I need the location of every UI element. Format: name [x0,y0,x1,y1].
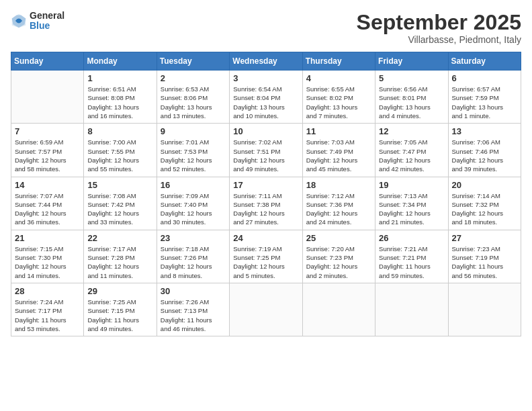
day-number: 26 [379,233,444,243]
day-number: 3 [233,73,298,83]
column-header-wednesday: Wednesday [230,52,302,71]
day-number: 7 [15,126,80,136]
calendar-week-4: 21Sunrise: 7:15 AM Sunset: 7:30 PM Dayli… [11,230,521,283]
calendar-header-row: SundayMondayTuesdayWednesdayThursdayFrid… [11,52,521,71]
day-info: Sunrise: 7:09 AM Sunset: 7:40 PM Dayligh… [161,191,226,227]
column-header-sunday: Sunday [11,52,84,71]
calendar-cell: 4Sunrise: 6:55 AM Sunset: 8:02 PM Daylig… [302,71,375,124]
day-info: Sunrise: 7:14 AM Sunset: 7:32 PM Dayligh… [452,191,517,227]
day-number: 27 [452,233,517,243]
calendar-cell: 27Sunrise: 7:23 AM Sunset: 7:19 PM Dayli… [448,230,521,283]
calendar-cell: 26Sunrise: 7:21 AM Sunset: 7:21 PM Dayli… [375,230,448,283]
day-info: Sunrise: 7:02 AM Sunset: 7:51 PM Dayligh… [233,138,298,173]
logo-icon [11,13,27,29]
day-info: Sunrise: 7:13 AM Sunset: 7:34 PM Dayligh… [379,191,444,227]
calendar-cell: 22Sunrise: 7:17 AM Sunset: 7:28 PM Dayli… [84,230,157,283]
day-info: Sunrise: 7:06 AM Sunset: 7:46 PM Dayligh… [452,138,517,173]
day-number: 4 [306,73,371,83]
calendar-cell: 17Sunrise: 7:11 AM Sunset: 7:38 PM Dayli… [230,177,302,230]
calendar-cell [302,283,375,336]
day-number: 16 [161,180,226,190]
day-number: 8 [87,126,152,136]
calendar-cell [230,283,302,336]
day-number: 28 [15,286,80,296]
calendar-cell: 24Sunrise: 7:19 AM Sunset: 7:25 PM Dayli… [230,230,302,283]
day-number: 5 [379,73,444,83]
logo-text: General Blue [30,11,64,32]
day-info: Sunrise: 6:59 AM Sunset: 7:57 PM Dayligh… [15,138,80,173]
day-number: 22 [87,233,152,243]
calendar-cell: 25Sunrise: 7:20 AM Sunset: 7:23 PM Dayli… [302,230,375,283]
day-info: Sunrise: 7:12 AM Sunset: 7:36 PM Dayligh… [306,191,371,227]
day-number: 30 [161,286,226,296]
calendar-cell [448,283,521,336]
page-header: General Blue September 2025 Villarbasse,… [11,11,521,45]
day-number: 17 [233,180,298,190]
calendar-week-5: 28Sunrise: 7:24 AM Sunset: 7:17 PM Dayli… [11,283,521,336]
calendar-cell: 20Sunrise: 7:14 AM Sunset: 7:32 PM Dayli… [448,177,521,230]
day-info: Sunrise: 7:25 AM Sunset: 7:15 PM Dayligh… [87,298,152,333]
day-number: 19 [379,180,444,190]
day-info: Sunrise: 6:51 AM Sunset: 8:08 PM Dayligh… [87,85,152,120]
day-number: 12 [379,126,444,136]
calendar-cell: 8Sunrise: 7:00 AM Sunset: 7:55 PM Daylig… [84,124,157,177]
column-header-saturday: Saturday [448,52,521,71]
calendar-cell: 14Sunrise: 7:07 AM Sunset: 7:44 PM Dayli… [11,177,84,230]
day-info: Sunrise: 7:01 AM Sunset: 7:53 PM Dayligh… [161,138,226,173]
calendar-cell: 21Sunrise: 7:15 AM Sunset: 7:30 PM Dayli… [11,230,84,283]
calendar-cell: 11Sunrise: 7:03 AM Sunset: 7:49 PM Dayli… [302,124,375,177]
day-info: Sunrise: 7:19 AM Sunset: 7:25 PM Dayligh… [233,244,298,280]
day-info: Sunrise: 7:26 AM Sunset: 7:13 PM Dayligh… [161,298,226,333]
day-number: 29 [87,286,152,296]
calendar-cell: 18Sunrise: 7:12 AM Sunset: 7:36 PM Dayli… [302,177,375,230]
day-info: Sunrise: 6:54 AM Sunset: 8:04 PM Dayligh… [233,85,298,120]
calendar-cell: 28Sunrise: 7:24 AM Sunset: 7:17 PM Dayli… [11,283,84,336]
logo: General Blue [11,11,64,32]
day-info: Sunrise: 7:05 AM Sunset: 7:47 PM Dayligh… [379,138,444,173]
calendar-cell: 7Sunrise: 6:59 AM Sunset: 7:57 PM Daylig… [11,124,84,177]
day-info: Sunrise: 7:20 AM Sunset: 7:23 PM Dayligh… [306,244,371,280]
day-info: Sunrise: 6:53 AM Sunset: 8:06 PM Dayligh… [161,85,226,120]
day-number: 14 [15,180,80,190]
location: Villarbasse, Piedmont, Italy [357,34,521,45]
day-info: Sunrise: 6:56 AM Sunset: 8:01 PM Dayligh… [379,85,444,120]
day-info: Sunrise: 7:03 AM Sunset: 7:49 PM Dayligh… [306,138,371,173]
day-info: Sunrise: 7:15 AM Sunset: 7:30 PM Dayligh… [15,244,80,280]
day-info: Sunrise: 7:18 AM Sunset: 7:26 PM Dayligh… [161,244,226,280]
day-info: Sunrise: 7:17 AM Sunset: 7:28 PM Dayligh… [87,244,152,280]
day-number: 15 [87,180,152,190]
calendar-cell: 15Sunrise: 7:08 AM Sunset: 7:42 PM Dayli… [84,177,157,230]
calendar-cell: 23Sunrise: 7:18 AM Sunset: 7:26 PM Dayli… [157,230,229,283]
day-info: Sunrise: 6:57 AM Sunset: 7:59 PM Dayligh… [452,85,517,120]
calendar-week-1: 1Sunrise: 6:51 AM Sunset: 8:08 PM Daylig… [11,71,521,124]
calendar-cell: 30Sunrise: 7:26 AM Sunset: 7:13 PM Dayli… [157,283,229,336]
day-number: 21 [15,233,80,243]
calendar-week-3: 14Sunrise: 7:07 AM Sunset: 7:44 PM Dayli… [11,177,521,230]
day-info: Sunrise: 7:23 AM Sunset: 7:19 PM Dayligh… [452,244,517,280]
day-number: 23 [161,233,226,243]
day-number: 24 [233,233,298,243]
column-header-tuesday: Tuesday [157,52,229,71]
day-number: 9 [161,126,226,136]
column-header-monday: Monday [84,52,157,71]
day-info: Sunrise: 7:24 AM Sunset: 7:17 PM Dayligh… [15,298,80,333]
day-info: Sunrise: 7:07 AM Sunset: 7:44 PM Dayligh… [15,191,80,227]
day-info: Sunrise: 7:00 AM Sunset: 7:55 PM Dayligh… [87,138,152,173]
day-number: 20 [452,180,517,190]
day-number: 13 [452,126,517,136]
calendar-table: SundayMondayTuesdayWednesdayThursdayFrid… [11,52,521,336]
calendar-cell: 9Sunrise: 7:01 AM Sunset: 7:53 PM Daylig… [157,124,229,177]
column-header-thursday: Thursday [302,52,375,71]
day-info: Sunrise: 7:08 AM Sunset: 7:42 PM Dayligh… [87,191,152,227]
calendar-cell [11,71,84,124]
day-number: 25 [306,233,371,243]
column-header-friday: Friday [375,52,448,71]
day-number: 2 [161,73,226,83]
title-block: September 2025 Villarbasse, Piedmont, It… [357,11,521,45]
calendar-cell: 2Sunrise: 6:53 AM Sunset: 8:06 PM Daylig… [157,71,229,124]
day-number: 1 [87,73,152,83]
calendar-cell: 29Sunrise: 7:25 AM Sunset: 7:15 PM Dayli… [84,283,157,336]
day-number: 18 [306,180,371,190]
calendar-cell: 6Sunrise: 6:57 AM Sunset: 7:59 PM Daylig… [448,71,521,124]
calendar-cell: 19Sunrise: 7:13 AM Sunset: 7:34 PM Dayli… [375,177,448,230]
